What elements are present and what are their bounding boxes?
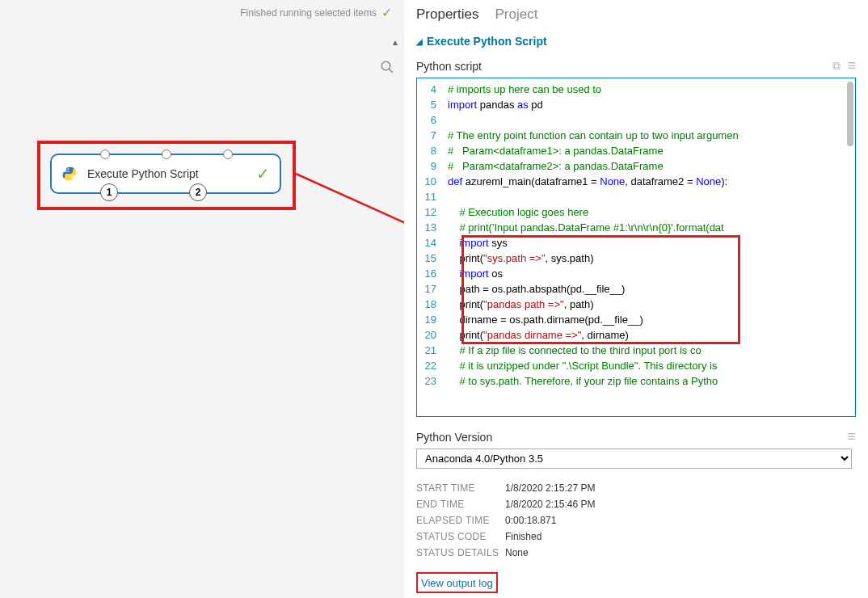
execute-python-node[interactable]: Execute Python Script ✓ 1 2 <box>50 154 281 194</box>
section-title: Execute Python Script <box>427 35 547 48</box>
tabs: Properties Project <box>416 0 856 23</box>
annotation-box-link: View output log <box>416 572 498 593</box>
info-key: START TIME <box>416 482 505 494</box>
python-version-select[interactable]: Anaconda 4.0/Python 3.5 <box>416 448 852 469</box>
collapse-handle-icon[interactable]: ▴ <box>393 36 398 48</box>
line-gutter: 4567891011121314151617181920212223 <box>417 78 443 416</box>
info-value: 0:00:18.871 <box>505 515 556 526</box>
input-port-2[interactable] <box>162 150 171 159</box>
search-icon[interactable] <box>380 60 394 78</box>
info-value: 1/8/2020 2:15:46 PM <box>505 499 595 510</box>
info-key: STATUS DETAILS <box>416 547 505 558</box>
check-icon: ✓ <box>381 5 392 20</box>
node-label: Execute Python Script <box>87 167 256 180</box>
info-value: None <box>505 547 529 558</box>
python-icon <box>61 166 78 182</box>
triangle-icon: ◢ <box>416 37 423 46</box>
input-port-3[interactable] <box>223 150 233 159</box>
script-label: Python script <box>416 60 482 73</box>
status-text: Finished running selected items <box>240 7 377 19</box>
status-bar: Finished running selected items ✓ <box>240 5 392 20</box>
menu-icon[interactable]: ≡ <box>847 57 856 74</box>
info-key: END TIME <box>416 499 505 510</box>
section-header[interactable]: ◢ Execute Python Script <box>416 35 856 48</box>
version-label: Python Version <box>416 431 492 444</box>
canvas-panel: Finished running selected items ✓ ▴ Exec… <box>0 0 404 598</box>
scrollbar-vertical[interactable] <box>847 82 853 146</box>
input-port-1[interactable] <box>100 150 110 159</box>
check-icon: ✓ <box>256 164 270 183</box>
svg-point-0 <box>381 61 390 70</box>
popout-icon[interactable]: ⧉ <box>832 59 841 73</box>
code-content[interactable]: # imports up here can be used toimport p… <box>443 78 855 416</box>
info-value: Finished <box>505 531 541 542</box>
code-editor[interactable]: 4567891011121314151617181920212223 # imp… <box>416 78 856 417</box>
output-port-1[interactable]: 1 <box>100 183 118 201</box>
tab-project[interactable]: Project <box>495 6 537 23</box>
view-output-log-link[interactable]: View output log <box>421 577 493 589</box>
output-port-2[interactable]: 2 <box>189 183 207 201</box>
properties-panel: Properties Project ◢ Execute Python Scri… <box>404 0 868 598</box>
info-key: ELAPSED TIME <box>416 515 505 526</box>
svg-line-1 <box>389 69 393 73</box>
info-key: STATUS CODE <box>416 531 505 542</box>
tab-properties[interactable]: Properties <box>416 6 478 23</box>
info-value: 1/8/2020 2:15:27 PM <box>505 482 595 494</box>
menu-icon[interactable]: ≡ <box>847 428 856 445</box>
info-table: START TIME1/8/2020 2:15:27 PMEND TIME1/8… <box>416 480 856 561</box>
